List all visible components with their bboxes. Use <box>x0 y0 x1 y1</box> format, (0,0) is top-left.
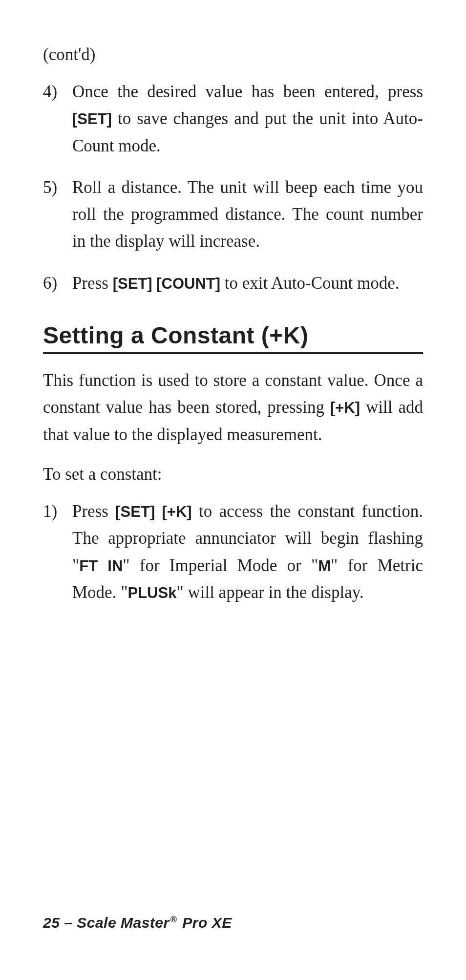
text-run: Once the desired value has been entered,… <box>72 82 423 101</box>
step-number: 5) <box>43 174 72 255</box>
footer-page-num: 25 <box>43 915 60 931</box>
section-paragraph: This function is used to store a constan… <box>43 367 423 448</box>
text-run: to save changes and put the unit into Au… <box>72 109 423 155</box>
footer-sep: – <box>60 915 77 931</box>
text-run: to exit Auto-Count mode. <box>220 274 400 293</box>
key-label: [+K] <box>330 399 360 416</box>
page-footer: 25 – Scale Master® Pro XE <box>43 915 232 931</box>
text-run: Roll a distance. The unit will beep each… <box>72 178 423 251</box>
footer-title-b: Pro XE <box>178 915 232 931</box>
numbered-step: 6)Press [SET] [COUNT] to exit Auto-Count… <box>43 270 423 297</box>
step-body: Press [SET] [+K] to access the constant … <box>72 498 423 606</box>
step-body: Once the desired value has been entered,… <box>72 78 423 159</box>
key-label: FT IN <box>79 557 123 575</box>
text-run: Press <box>72 502 115 521</box>
key-label: M <box>318 557 331 575</box>
key-label: [SET] [+K] <box>115 503 191 520</box>
step-number: 4) <box>43 78 72 159</box>
step-number: 6) <box>43 270 72 297</box>
step-body: Roll a distance. The unit will beep each… <box>72 174 423 255</box>
intro-text: To set a constant: <box>43 465 423 484</box>
section-heading: Setting a Constant (+K) <box>43 322 423 354</box>
numbered-step: 5)Roll a distance. The unit will beep ea… <box>43 174 423 255</box>
continued-marker: (cont'd) <box>43 45 423 64</box>
registered-icon: ® <box>170 915 177 924</box>
text-run: Press <box>72 274 113 293</box>
numbered-step: 1)Press [SET] [+K] to access the constan… <box>43 498 423 606</box>
footer-title-a: Scale Master <box>77 915 169 931</box>
key-label: [SET] [COUNT] <box>113 275 220 292</box>
key-label: [SET] <box>72 110 112 128</box>
numbered-step: 4)Once the desired value has been entere… <box>43 78 423 159</box>
key-label: PLUSk <box>127 584 176 601</box>
step-body: Press [SET] [COUNT] to exit Auto-Count m… <box>72 270 423 297</box>
text-run: " for Imperial Mode or " <box>123 556 318 575</box>
step-number: 1) <box>43 498 72 606</box>
text-run: " will appear in the display. <box>176 583 363 602</box>
